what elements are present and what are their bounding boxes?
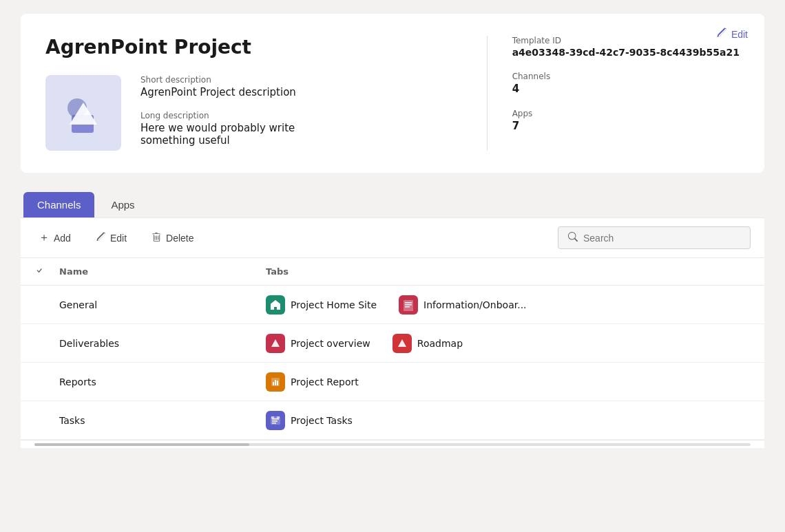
tabs-bar: Channels Apps <box>21 192 764 217</box>
overview-icon <box>266 334 285 353</box>
row-tabs-reports: Project Report <box>266 372 751 392</box>
info-label: Information/Onboar... <box>423 299 527 310</box>
svg-rect-17 <box>271 416 274 418</box>
search-icon <box>568 231 578 244</box>
row-name-general: General <box>59 299 266 310</box>
tasks-label: Project Tasks <box>291 415 353 426</box>
row-tabs-general: Project Home Site Information/Onboar... <box>266 295 751 315</box>
tab-item-tasks: Project Tasks <box>266 411 353 430</box>
template-id-group: Template ID a4e03348-39cd-42c7-9035-8c44… <box>512 36 740 58</box>
short-desc-label: Short description <box>140 75 296 85</box>
project-home-icon <box>266 295 285 315</box>
svg-rect-16 <box>272 423 276 424</box>
tab-item-info: Information/Onboar... <box>399 295 527 315</box>
report-label: Project Report <box>291 376 359 387</box>
card-body: Short description AgrenPoint Project des… <box>45 75 462 151</box>
toolbar-edit-button[interactable]: Edit <box>92 229 131 247</box>
overview-label: Project overview <box>291 338 370 349</box>
short-desc-group: Short description AgrenPoint Project des… <box>140 75 296 98</box>
edit-label: Edit <box>731 29 748 40</box>
template-id-value: a4e03348-39cd-42c7-9035-8c4439b55a21 <box>512 47 740 58</box>
apps-label: Apps <box>512 109 740 118</box>
add-label: Add <box>54 233 71 244</box>
table-header: Name Tabs <box>21 258 764 286</box>
row-name-tasks: Tasks <box>59 415 266 426</box>
search-input[interactable] <box>583 233 740 244</box>
pencil-icon <box>716 28 727 41</box>
card-meta: Template ID a4e03348-39cd-42c7-9035-8c44… <box>512 36 740 132</box>
scrollbar-track <box>34 443 751 446</box>
svg-rect-12 <box>277 381 278 385</box>
edit-button[interactable]: Edit <box>716 28 748 41</box>
svg-rect-15 <box>272 421 278 422</box>
row-tabs-deliverables: Project overview Roadmap <box>266 334 751 353</box>
report-icon <box>266 372 285 392</box>
tab-channels[interactable]: Channels <box>23 192 94 217</box>
tasks-icon <box>266 411 285 430</box>
tab-apps[interactable]: Apps <box>97 192 148 217</box>
channels-group: Channels 4 <box>512 72 740 95</box>
project-home-label: Project Home Site <box>291 299 377 310</box>
delete-button[interactable]: Delete <box>147 229 198 247</box>
svg-rect-5 <box>405 304 412 306</box>
toolbar: ＋ Add Edit Delete <box>21 217 764 257</box>
svg-rect-18 <box>277 416 280 418</box>
roadmap-icon <box>392 334 412 353</box>
vertical-divider <box>487 36 488 151</box>
template-logo <box>45 75 121 151</box>
tab-item-project-home: Project Home Site <box>266 295 377 315</box>
apps-group: Apps 7 <box>512 109 740 132</box>
row-name-deliverables: Deliverables <box>59 338 266 349</box>
row-tabs-tasks: Project Tasks <box>266 411 751 430</box>
info-icon <box>399 295 418 315</box>
apps-value: 7 <box>512 120 740 132</box>
svg-rect-6 <box>405 306 410 308</box>
channels-value: 4 <box>512 83 740 95</box>
name-col-header: Name <box>59 266 266 277</box>
tab-item-overview: Project overview <box>266 334 370 353</box>
long-desc-value: Here we would probably writesomething us… <box>140 122 296 147</box>
svg-marker-8 <box>398 339 406 347</box>
long-desc-group: Long description Here we would probably … <box>140 111 296 147</box>
add-icon: ＋ <box>39 231 50 245</box>
check-col-header <box>34 265 59 278</box>
svg-rect-14 <box>272 418 279 420</box>
row-name-reports: Reports <box>59 376 266 387</box>
search-box[interactable] <box>558 226 751 249</box>
tab-item-report: Project Report <box>266 372 359 392</box>
tab-item-roadmap: Roadmap <box>392 334 463 353</box>
svg-rect-10 <box>273 382 274 385</box>
tabs-col-header: Tabs <box>266 266 751 277</box>
table-row[interactable]: Deliverables Project overview <box>21 324 764 363</box>
scrollbar-area[interactable] <box>21 440 764 448</box>
svg-rect-11 <box>275 380 276 385</box>
scrollbar-thumb <box>34 443 249 446</box>
table-row[interactable]: Tasks Project Tasks <box>21 401 764 440</box>
roadmap-label: Roadmap <box>417 338 463 349</box>
long-desc-label: Long description <box>140 111 296 120</box>
page-wrapper: Edit AgrenPoint Project Short descriptio… <box>0 0 785 462</box>
project-title: AgrenPoint Project <box>45 36 462 58</box>
card-left: AgrenPoint Project Short description Agr… <box>45 36 462 151</box>
delete-label: Delete <box>166 233 193 244</box>
short-desc-value: AgrenPoint Project description <box>140 86 296 98</box>
toolbar-edit-icon <box>96 232 106 244</box>
add-button[interactable]: ＋ Add <box>34 228 75 248</box>
table-row[interactable]: Reports Project Report <box>21 363 764 401</box>
toolbar-edit-label: Edit <box>110 233 127 244</box>
data-table: Name Tabs General Project Home Site <box>21 257 764 448</box>
channels-label: Channels <box>512 72 740 81</box>
table-row[interactable]: General Project Home Site <box>21 286 764 324</box>
svg-rect-4 <box>405 302 412 304</box>
svg-marker-7 <box>271 339 280 347</box>
svg-rect-3 <box>404 300 413 311</box>
trash-icon <box>151 232 162 244</box>
header-card: Edit AgrenPoint Project Short descriptio… <box>21 14 764 173</box>
template-id-label: Template ID <box>512 36 740 45</box>
card-descriptions: Short description AgrenPoint Project des… <box>140 75 296 147</box>
